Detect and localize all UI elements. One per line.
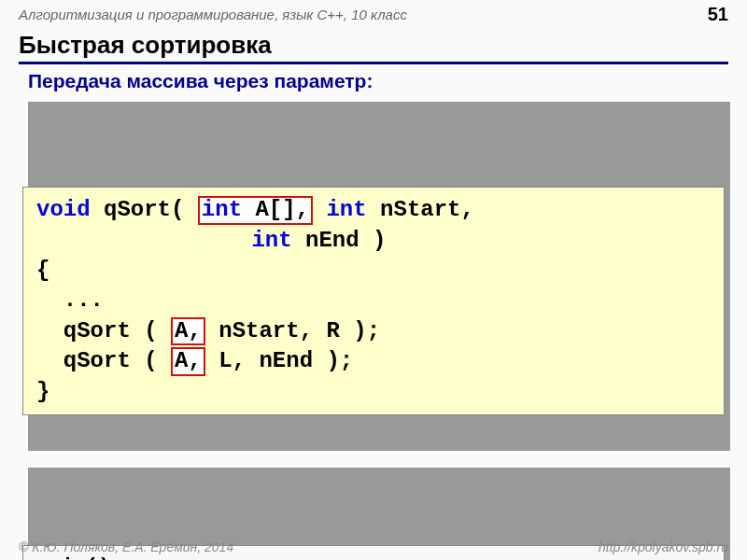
- brace: {: [36, 258, 49, 283]
- copyright: © К.Ю. Поляков, Е.А. Ерёмин, 2014: [19, 539, 233, 554]
- text: A[],: [242, 197, 309, 222]
- page-number: 51: [708, 4, 728, 25]
- dots: ...: [36, 287, 104, 313]
- subtitle: Передача массива через параметр:: [28, 70, 728, 92]
- text: nStart, R );: [205, 318, 380, 343]
- text: nStart,: [367, 197, 474, 222]
- text: qSort (: [36, 318, 171, 343]
- brace: }: [36, 379, 49, 404]
- breadcrumb: Алгоритмизация и программирование, язык …: [19, 7, 407, 22]
- keyword-int: int: [251, 228, 291, 253]
- keyword-int: int: [326, 197, 366, 222]
- highlight-a2: A,: [171, 347, 205, 375]
- text: nEnd ): [292, 228, 387, 253]
- page-footer: © К.Ю. Поляков, Е.А. Ерёмин, 2014 http:/…: [0, 539, 747, 554]
- text: qSort (: [36, 348, 171, 373]
- code-inner: void qSort( int A[], int nStart, int nEn…: [22, 187, 725, 415]
- text: L, nEnd );: [205, 348, 353, 373]
- text: [36, 228, 251, 253]
- page-header: Алгоритмизация и программирование, язык …: [0, 0, 747, 27]
- keyword-int: int: [202, 197, 242, 222]
- page-title: Быстрая сортировка: [19, 31, 728, 64]
- text: main(): [36, 555, 110, 560]
- url: http://kpolyakov.spb.ru: [599, 539, 728, 554]
- highlight-a1: A,: [171, 317, 205, 345]
- code-block-qsort: void qSort( int A[], int nStart, int nEn…: [22, 96, 725, 445]
- text: qSort(: [91, 197, 198, 222]
- keyword-void: void: [36, 197, 91, 222]
- highlight-int-a: int A[],: [198, 196, 313, 224]
